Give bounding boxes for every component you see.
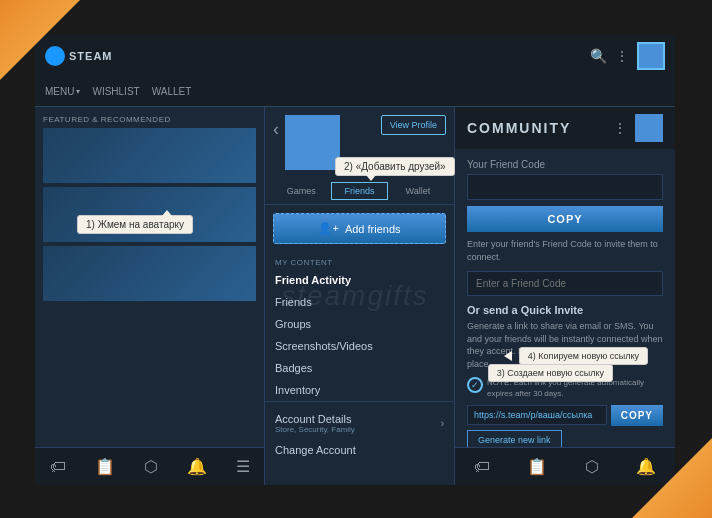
annotation-4: 4) Копируем новую ссылку bbox=[519, 347, 648, 365]
account-sub-label: Store, Security, Family bbox=[275, 425, 355, 434]
friend-code-description: Enter your friend's Friend Code to invit… bbox=[467, 238, 663, 263]
generate-link-button[interactable]: Generate new link bbox=[467, 430, 562, 447]
community-title: COMMUNITY bbox=[467, 120, 605, 136]
tag-icon[interactable]: 🏷 bbox=[50, 458, 66, 476]
community-bottom-nav: 🏷 📋 ⬡ 🔔 bbox=[455, 447, 675, 485]
annotation-3: 3) Создаем новую ссылку bbox=[488, 364, 613, 382]
community-header: COMMUNITY ⋮ bbox=[455, 107, 675, 149]
menu-icon[interactable]: ☰ bbox=[236, 457, 250, 476]
steam-logo: STEAM bbox=[45, 46, 113, 66]
link-row: COPY bbox=[467, 405, 663, 426]
left-panel: FEATURED & RECOMMENDED 1) Жмем на аватар… bbox=[35, 107, 265, 485]
main-container: STEAM 🔍 ⋮ MENU ▾ WISHLIST WALLET steamgi… bbox=[35, 35, 675, 485]
quick-invite-label: Or send a Quick Invite bbox=[467, 304, 663, 316]
chevron-icon: ▾ bbox=[76, 87, 80, 96]
steam-logo-icon bbox=[45, 46, 65, 66]
header-avatar[interactable] bbox=[637, 42, 665, 70]
search-icon[interactable]: 🔍 bbox=[590, 48, 607, 64]
right-panel: COMMUNITY ⋮ Your Friend Code COPY Enter … bbox=[455, 107, 675, 485]
content-area: steamgifts FEATURED & RECOMMENDED 1) Жме… bbox=[35, 107, 675, 485]
menu-friends[interactable]: Friends bbox=[265, 291, 454, 313]
left-bottom-nav: 🏷 📋 ⬡ 🔔 ☰ bbox=[35, 447, 264, 485]
note-check-icon: ✓ bbox=[467, 377, 483, 393]
featured-image-3 bbox=[43, 246, 256, 301]
menu-groups[interactable]: Groups bbox=[265, 313, 454, 335]
profile-avatar[interactable] bbox=[285, 115, 340, 170]
featured-image-1 bbox=[43, 128, 256, 183]
menu-account-details[interactable]: Account Details Store, Security, Family … bbox=[265, 408, 454, 439]
view-profile-button[interactable]: View Profile bbox=[381, 115, 446, 135]
tab-games[interactable]: Games bbox=[273, 182, 329, 200]
comm-bell-icon[interactable]: 🔔 bbox=[636, 457, 656, 476]
menu-friend-activity[interactable]: Friend Activity bbox=[265, 269, 454, 291]
comm-list-icon[interactable]: 📋 bbox=[527, 457, 547, 476]
featured-label: FEATURED & RECOMMENDED bbox=[35, 107, 264, 128]
steam-nav: MENU ▾ WISHLIST WALLET bbox=[35, 77, 675, 107]
enter-friend-code-input[interactable] bbox=[467, 271, 663, 296]
annotation-1: 1) Жмем на аватарку bbox=[77, 215, 193, 234]
annotation-2: 2) «Добавить друзей» bbox=[335, 157, 455, 176]
list-icon[interactable]: 📋 bbox=[95, 457, 115, 476]
menu-change-account[interactable]: Change Account bbox=[265, 439, 454, 461]
bottom-section: ✓ NOTE: Each link you generate automatic… bbox=[467, 377, 663, 447]
bell-icon[interactable]: 🔔 bbox=[187, 457, 207, 476]
nav-wishlist[interactable]: WISHLIST bbox=[92, 86, 139, 97]
copy-friend-code-button[interactable]: COPY bbox=[467, 206, 663, 232]
menu-inventory[interactable]: Inventory bbox=[265, 379, 454, 401]
middle-panel: 2) «Добавить друзей» ‹ View Profile Game… bbox=[265, 107, 455, 485]
back-arrow-icon[interactable]: ‹ bbox=[273, 119, 279, 140]
comm-tag-icon[interactable]: 🏷 bbox=[474, 458, 490, 476]
arrow-right-icon: › bbox=[441, 418, 444, 429]
community-content: Your Friend Code COPY Enter your friend'… bbox=[455, 149, 675, 447]
my-content-label: MY CONTENT bbox=[265, 252, 454, 269]
nav-wallet[interactable]: WALLET bbox=[152, 86, 192, 97]
nav-menu[interactable]: MENU ▾ bbox=[45, 86, 80, 97]
hex-icon[interactable]: ⬡ bbox=[144, 457, 158, 476]
copy-link-button[interactable]: COPY bbox=[611, 405, 663, 426]
menu-badges[interactable]: Badges bbox=[265, 357, 454, 379]
quick-invite-link-input[interactable] bbox=[467, 405, 607, 425]
divider bbox=[265, 401, 454, 402]
community-avatar[interactable] bbox=[635, 114, 663, 142]
add-friends-icon: 👤+ bbox=[318, 222, 338, 235]
friend-code-label: Your Friend Code bbox=[467, 159, 663, 170]
comm-hex-icon[interactable]: ⬡ bbox=[585, 457, 599, 476]
friend-code-input[interactable] bbox=[467, 174, 663, 200]
menu-screenshots-videos[interactable]: Screenshots/Videos bbox=[265, 335, 454, 357]
community-dots-icon[interactable]: ⋮ bbox=[613, 120, 627, 136]
tab-wallet[interactable]: Wallet bbox=[390, 182, 446, 200]
steam-logo-text: STEAM bbox=[69, 50, 113, 62]
account-details-label: Account Details bbox=[275, 413, 355, 425]
dots-icon[interactable]: ⋮ bbox=[615, 48, 629, 64]
tab-friends[interactable]: Friends bbox=[331, 182, 387, 200]
profile-tabs: Games Friends Wallet bbox=[265, 178, 454, 205]
add-friends-button[interactable]: 👤+ Add friends bbox=[273, 213, 446, 244]
steam-header: STEAM 🔍 ⋮ bbox=[35, 35, 675, 77]
